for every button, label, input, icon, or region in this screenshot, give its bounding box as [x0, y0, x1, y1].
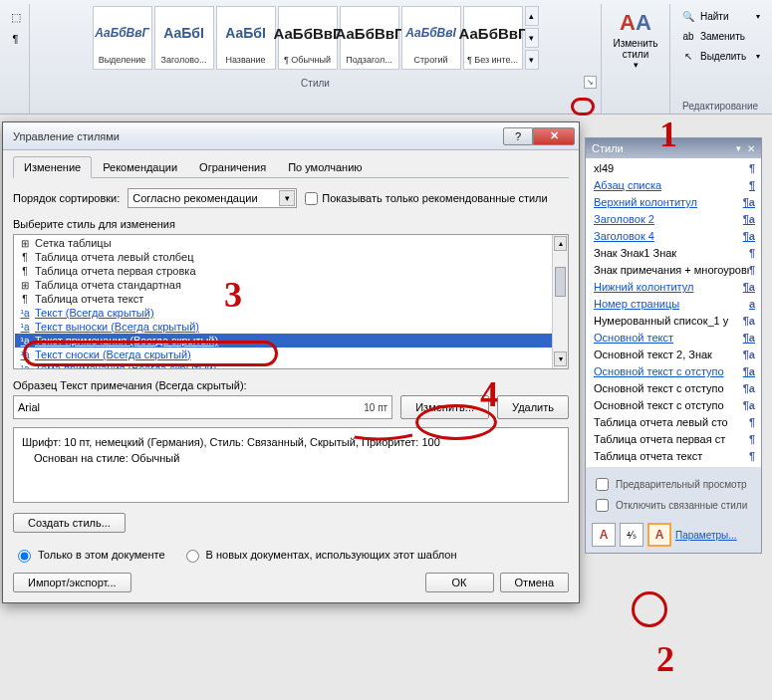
style-type-icon: ¹a — [19, 308, 31, 319]
paragraph-icon[interactable]: ¶ — [5, 28, 27, 50]
pane-style-item[interactable]: Номер страницыa — [588, 296, 759, 313]
pane-style-item[interactable]: Заголовок 2¶a — [588, 211, 759, 228]
style-type-icon: ¹a — [19, 322, 31, 333]
style-list-item[interactable]: ¹aТекст выноски (Всегда скрытый) — [15, 320, 567, 334]
tab-0[interactable]: Изменение — [13, 156, 92, 178]
style-type-icon: ¶ — [19, 266, 31, 277]
editing-group-label: Редактирование — [676, 101, 764, 112]
style-tile[interactable]: АаБбВвГ¶ Обычный — [278, 6, 338, 70]
pane-style-item[interactable]: Основной текст с отступо¶a — [588, 380, 759, 397]
ribbon: ⬚ ¶ АаБбВвГВыделениеАаБбІЗаголово...АаБб… — [0, 0, 772, 115]
new-style-button[interactable]: A — [592, 523, 616, 547]
style-list-item[interactable]: ¹aТекст примечания (Всегда скрытый) — [15, 334, 567, 348]
pane-style-item[interactable]: Нижний колонтитул¶a — [588, 279, 759, 296]
pane-style-item[interactable]: Абзац списка¶ — [588, 177, 759, 194]
tab-1[interactable]: Рекомендации — [92, 156, 188, 177]
new-docs-radio[interactable]: В новых документах, использующих этот ша… — [181, 547, 457, 563]
style-type-icon: ¶ — [749, 416, 755, 428]
style-tile[interactable]: АаБбІЗаголово... — [154, 6, 214, 70]
pane-style-item[interactable]: Знак Знак1 Знак¶ — [588, 245, 759, 262]
cancel-button[interactable]: Отмена — [500, 573, 569, 592]
style-type-icon: ¶ — [749, 433, 755, 445]
style-type-icon: ⊞ — [19, 238, 31, 249]
scroll-up-button[interactable]: ▴ — [554, 236, 567, 251]
style-tile[interactable]: АаБбВвГПодзагол... — [340, 6, 399, 70]
style-list-item[interactable]: ¹aТекст сноски (Всегда скрытый) — [15, 348, 567, 361]
styles-dialog-launcher[interactable]: ↘ — [584, 76, 597, 89]
style-tile[interactable]: АаБбВвГВыделение — [93, 6, 152, 70]
style-tile[interactable]: АаБбІНазвание — [216, 6, 276, 70]
find-button[interactable]: 🔍 Найти ▾ — [676, 6, 764, 26]
style-type-icon: a — [749, 298, 755, 310]
style-name: Выделение — [96, 55, 149, 65]
style-list-item[interactable]: ¹aТекст (Всегда скрытый) — [15, 306, 567, 320]
style-list-item[interactable]: ¹aТема примечания (Всегда скрытый) — [15, 361, 567, 369]
pane-style-item[interactable]: Таблица отчета текст¶ — [588, 448, 759, 465]
style-list-item[interactable]: ⊞Таблица отчета стандартная — [15, 278, 567, 292]
style-list-item[interactable]: ¶Таблица отчета левый столбец — [15, 250, 567, 264]
vertical-scrollbar[interactable]: ▴ ▾ — [552, 235, 568, 368]
styles-pane: Стили ▾ ✕ xl49¶Абзац списка¶Верхний коло… — [585, 137, 762, 554]
create-style-button[interactable]: Создать стиль... — [13, 513, 126, 533]
scroll-thumb[interactable] — [555, 267, 566, 297]
style-name: Заголово... — [157, 55, 211, 65]
scroll-down-button[interactable]: ▾ — [554, 351, 567, 366]
style-preview: АаБбВвГ — [336, 11, 403, 55]
pane-style-item[interactable]: Таблица отчета левый сто¶ — [588, 414, 759, 431]
manage-styles-button[interactable]: A — [647, 523, 671, 547]
pane-style-item[interactable]: Основной текст¶a — [588, 330, 759, 347]
style-name: Название — [219, 55, 273, 65]
styles-pane-header[interactable]: Стили ▾ ✕ — [586, 138, 761, 158]
help-button[interactable]: ? — [503, 127, 533, 145]
style-list-item[interactable]: ⊞Сетка таблицы — [15, 236, 567, 250]
style-description: Шрифт: 10 пт, немецкий (Германия), Стиль… — [13, 427, 569, 503]
close-button[interactable]: ✕ — [533, 127, 575, 145]
preview-checkbox[interactable]: Предварительный просмотр — [592, 475, 755, 494]
modify-button[interactable]: Изменить... — [400, 395, 489, 419]
pane-close-button[interactable]: ✕ — [747, 143, 755, 154]
delete-button[interactable]: Удалить — [497, 395, 569, 419]
style-inspector-button[interactable]: ⁴⁄₅ — [620, 523, 643, 547]
gallery-up-button[interactable]: ▴ — [525, 6, 539, 26]
editing-group: 🔍 Найти ▾ ab Заменить ↖ Выделить ▾ Редак… — [670, 4, 770, 114]
pane-style-item[interactable]: xl49¶ — [588, 160, 759, 177]
select-style-label: Выберите стиль для изменения — [13, 218, 569, 230]
style-tile[interactable]: АаБбВвІСтрогий — [401, 6, 461, 70]
replace-icon: ab — [680, 28, 696, 44]
pane-style-item[interactable]: Верхний колонтитул¶a — [588, 194, 759, 211]
style-type-icon: ¶ — [749, 179, 755, 191]
recommended-only-checkbox[interactable]: Показывать только рекомендованные стили — [305, 192, 547, 205]
style-listbox[interactable]: ⊞Сетка таблицы¶Таблица отчета левый стол… — [13, 234, 569, 369]
indent-icon[interactable]: ⬚ — [5, 6, 27, 28]
pane-style-item[interactable]: Основной текст с отступо¶a — [588, 397, 759, 414]
change-styles-button[interactable]: AA Изменить стили ▾ — [608, 6, 663, 70]
change-styles-group: AA Изменить стили ▾ — [602, 4, 670, 114]
replace-button[interactable]: ab Заменить — [676, 26, 764, 46]
gallery-down-button[interactable]: ▾ — [525, 28, 539, 48]
chevron-down-icon[interactable]: ▾ — [736, 143, 741, 153]
pane-style-item[interactable]: Основной текст 2, Знак¶a — [588, 347, 759, 363]
style-list-item[interactable]: ¶Таблица отчета первая стровка — [15, 264, 567, 278]
select-button[interactable]: ↖ Выделить ▾ — [676, 46, 764, 66]
pane-style-item[interactable]: Нумерованный список_1 у¶a — [588, 313, 759, 330]
style-tile[interactable]: АаБбВвГ¶ Без инте... — [463, 6, 523, 70]
pane-style-item[interactable]: Основной текст с отступо¶a — [588, 363, 759, 380]
sort-order-combo[interactable]: Согласно рекомендации ▾ — [128, 188, 297, 208]
dialog-titlebar[interactable]: Управление стилями ? ✕ — [3, 122, 579, 150]
gallery-more-button[interactable]: ▾ — [525, 50, 539, 70]
parameters-link[interactable]: Параметры... — [675, 530, 737, 541]
style-type-icon: ¶a — [743, 349, 755, 360]
style-type-icon: ¶a — [743, 230, 755, 242]
pane-style-item[interactable]: Таблица отчета первая ст¶ — [588, 431, 759, 448]
only-this-doc-radio[interactable]: Только в этом документе — [13, 547, 165, 563]
style-list-item[interactable]: ¶Таблица отчета текст — [15, 292, 567, 306]
tab-3[interactable]: По умолчанию — [277, 156, 373, 177]
disable-linked-checkbox[interactable]: Отключить связанные стили — [592, 496, 755, 515]
ok-button[interactable]: ОК — [425, 573, 494, 592]
pane-style-item[interactable]: Знак примечания + многоуровневый, Слева:… — [588, 262, 759, 279]
pane-style-item[interactable]: Заголовок 4¶a — [588, 228, 759, 245]
import-export-button[interactable]: Импорт/экспорт... — [13, 573, 131, 592]
titlebar-buttons: ? ✕ — [503, 127, 575, 145]
tab-2[interactable]: Ограничения — [188, 156, 277, 177]
style-preview: АаБбВвГ — [95, 11, 149, 55]
